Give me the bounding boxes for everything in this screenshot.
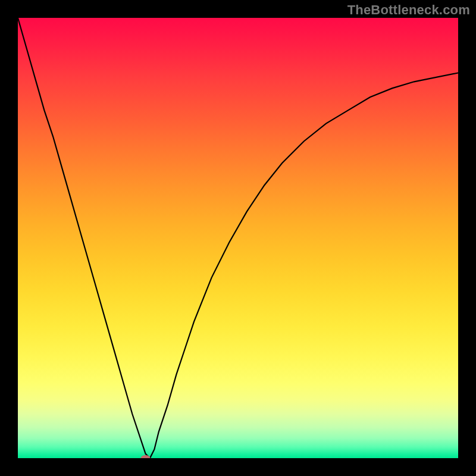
chart-container: TheBottleneck.com [0,0,476,476]
plot-area [18,18,458,458]
bottleneck-curve [18,18,458,458]
watermark-text: TheBottleneck.com [347,2,470,18]
minimum-marker [141,455,151,458]
curve-layer [18,18,458,458]
